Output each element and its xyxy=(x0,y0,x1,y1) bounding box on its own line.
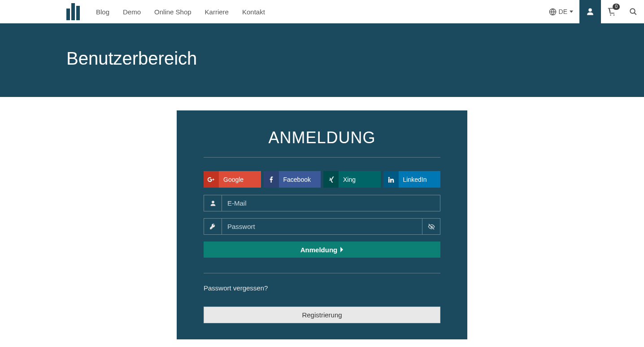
top-navbar: Blog Demo Online Shop Karriere Kontakt D… xyxy=(0,0,644,23)
nav-item-shop[interactable]: Online Shop xyxy=(154,8,191,16)
nav-links: Blog Demo Online Shop Karriere Kontakt xyxy=(96,8,265,16)
nav-item-demo[interactable]: Demo xyxy=(123,8,141,16)
svg-point-3 xyxy=(630,9,635,13)
svg-line-4 xyxy=(634,13,636,15)
facebook-icon xyxy=(264,171,279,188)
main-content: ANMELDUNG Google Facebook Xing xyxy=(0,97,644,347)
xing-label: Xing xyxy=(339,176,356,183)
language-label: DE xyxy=(559,8,567,15)
password-input[interactable] xyxy=(222,218,422,235)
social-login-row: Google Facebook Xing LinkedIn xyxy=(204,171,440,188)
chevron-right-icon xyxy=(340,247,344,252)
card-separator xyxy=(204,273,440,273)
login-google-button[interactable]: Google xyxy=(204,171,261,188)
login-card: ANMELDUNG Google Facebook Xing xyxy=(177,110,467,339)
facebook-label: Facebook xyxy=(279,176,311,183)
login-title: ANMELDUNG xyxy=(204,128,440,158)
brand-logo[interactable] xyxy=(66,3,83,20)
google-plus-icon xyxy=(204,171,219,188)
user-icon xyxy=(586,8,594,16)
account-button[interactable] xyxy=(579,0,601,23)
login-facebook-button[interactable]: Facebook xyxy=(264,171,321,188)
linkedin-label: LinkedIn xyxy=(399,176,427,183)
eye-slash-icon xyxy=(428,223,435,230)
toggle-password-visibility[interactable] xyxy=(422,218,440,235)
login-xing-button[interactable]: Xing xyxy=(323,171,381,188)
cart-badge: 0 xyxy=(613,4,620,10)
google-label: Google xyxy=(219,176,244,183)
nav-item-contact[interactable]: Kontakt xyxy=(242,8,265,16)
nav-item-blog[interactable]: Blog xyxy=(96,8,109,16)
password-input-group xyxy=(204,218,440,235)
linkedin-icon xyxy=(383,171,399,188)
xing-icon xyxy=(323,171,339,188)
cart-button[interactable]: 0 xyxy=(601,0,622,23)
email-input[interactable] xyxy=(222,195,440,211)
register-button[interactable]: Registrierung xyxy=(204,307,440,323)
caret-down-icon xyxy=(570,10,573,13)
search-button[interactable] xyxy=(622,0,644,23)
login-submit-button[interactable]: Anmeldung xyxy=(204,242,440,258)
search-icon xyxy=(629,8,637,16)
user-field-icon xyxy=(204,195,222,211)
svg-point-1 xyxy=(610,14,611,16)
nav-item-careers[interactable]: Karriere xyxy=(205,8,229,16)
globe-icon xyxy=(549,8,557,16)
email-input-group xyxy=(204,195,440,211)
page-header: Benutzerbereich xyxy=(0,23,644,97)
nav-right: DE 0 xyxy=(543,0,644,23)
login-linkedin-button[interactable]: LinkedIn xyxy=(383,171,441,188)
svg-point-2 xyxy=(614,14,615,16)
language-selector[interactable]: DE xyxy=(543,0,579,23)
page-title: Benutzerbereich xyxy=(66,48,644,69)
forgot-password-link[interactable]: Passwort vergessen? xyxy=(204,284,268,292)
key-icon xyxy=(204,218,222,235)
submit-label: Anmeldung xyxy=(300,246,338,254)
